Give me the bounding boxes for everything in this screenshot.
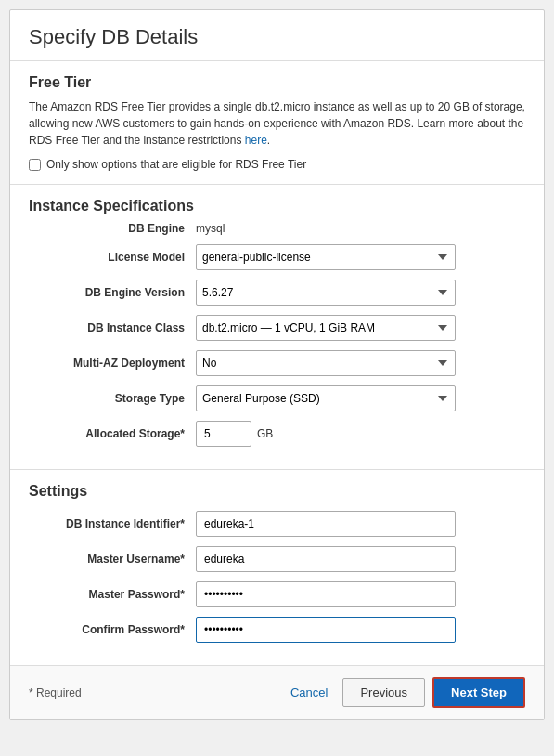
db-instance-class-row: DB Instance Class db.t2.micro — 1 vCPU, … — [29, 315, 525, 341]
page-title: Specify DB Details — [10, 10, 544, 61]
db-instance-class-select[interactable]: db.t2.micro — 1 vCPU, 1 GiB RAM — [196, 315, 456, 341]
multi-az-row: Multi-AZ Deployment No Yes — [29, 350, 525, 376]
free-tier-checkbox-row: Only show options that are eligible for … — [29, 158, 525, 171]
db-engine-version-select[interactable]: 5.6.27 — [196, 280, 456, 306]
multi-az-select[interactable]: No Yes — [196, 350, 456, 376]
storage-type-label: Storage Type — [29, 392, 196, 405]
free-tier-section: Free Tier The Amazon RDS Free Tier provi… — [10, 61, 544, 184]
free-tier-description: The Amazon RDS Free Tier provides a sing… — [29, 98, 525, 149]
instance-specs-title: Instance Specifications — [29, 198, 525, 215]
settings-title: Settings — [29, 483, 525, 500]
instance-specs-section: Instance Specifications DB Engine mysql … — [10, 185, 544, 469]
footer-buttons: Cancel Previous Next Step — [283, 677, 525, 708]
free-tier-link[interactable]: here — [245, 134, 267, 147]
license-model-select[interactable]: general-public-license — [196, 244, 456, 270]
allocated-storage-input[interactable] — [196, 421, 251, 447]
db-instance-identifier-row: DB Instance Identifier* — [29, 511, 525, 537]
license-model-row: License Model general-public-license — [29, 244, 525, 270]
storage-type-select[interactable]: General Purpose (SSD) Provisioned IOPS (… — [196, 385, 456, 411]
footer: * Required Cancel Previous Next Step — [10, 665, 544, 719]
db-instance-identifier-input[interactable] — [196, 511, 456, 537]
db-engine-version-row: DB Engine Version 5.6.27 — [29, 280, 525, 306]
db-engine-value: mysql — [196, 222, 225, 235]
master-password-label: Master Password* — [29, 588, 196, 601]
free-tier-checkbox-label[interactable]: Only show options that are eligible for … — [46, 158, 306, 171]
gb-unit-label: GB — [257, 427, 273, 440]
next-step-button[interactable]: Next Step — [432, 677, 525, 708]
required-note: * Required — [29, 686, 82, 699]
db-engine-version-label: DB Engine Version — [29, 286, 196, 299]
db-engine-row: DB Engine mysql — [29, 222, 525, 235]
license-model-label: License Model — [29, 251, 196, 264]
confirm-password-row: Confirm Password* — [29, 617, 525, 643]
previous-button[interactable]: Previous — [342, 678, 425, 707]
db-instance-class-label: DB Instance Class — [29, 321, 196, 334]
master-password-input[interactable] — [196, 581, 456, 607]
multi-az-label: Multi-AZ Deployment — [29, 357, 196, 370]
allocated-storage-row: Allocated Storage* GB — [29, 421, 525, 447]
allocated-storage-controls: GB — [196, 421, 273, 447]
confirm-password-label: Confirm Password* — [29, 623, 196, 636]
master-username-label: Master Username* — [29, 553, 196, 566]
db-instance-identifier-label: DB Instance Identifier* — [29, 517, 196, 530]
page-container: Specify DB Details Free Tier The Amazon … — [9, 9, 545, 720]
master-username-input[interactable] — [196, 546, 456, 572]
free-tier-title: Free Tier — [29, 74, 525, 91]
settings-section: Settings DB Instance Identifier* Master … — [10, 470, 544, 665]
allocated-storage-label: Allocated Storage* — [29, 427, 196, 440]
confirm-password-input[interactable] — [196, 617, 456, 643]
db-engine-label: DB Engine — [29, 222, 196, 235]
storage-type-row: Storage Type General Purpose (SSD) Provi… — [29, 385, 525, 411]
cancel-button[interactable]: Cancel — [283, 680, 335, 705]
free-tier-checkbox[interactable] — [29, 159, 41, 171]
master-username-row: Master Username* — [29, 546, 525, 572]
master-password-row: Master Password* — [29, 581, 525, 607]
